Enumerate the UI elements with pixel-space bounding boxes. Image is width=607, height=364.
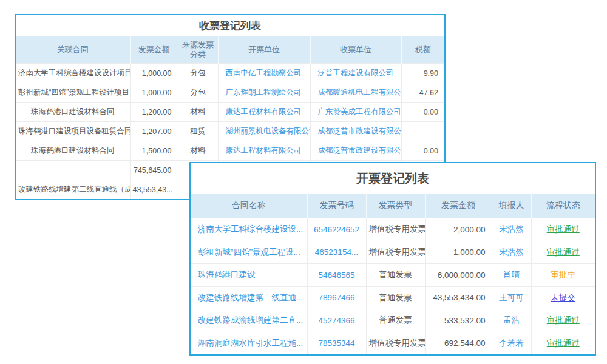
column-header-contract: 关联合同 <box>16 36 130 64</box>
cell-contract: 彭祖新城“四馆”景观工程设计项目... <box>16 83 130 103</box>
cell-reporter[interactable]: 肖晴 <box>492 264 531 287</box>
column-header-type: 发票类型 <box>366 194 425 218</box>
cell-contract: 改建铁路线增建第二线直通线（成... <box>16 180 130 200</box>
cell-tax: 47.62 <box>401 83 444 103</box>
cell-issuer[interactable]: 湖州丽景机电设备有限公司 <box>218 122 310 141</box>
table-row: 珠海鹤港口建设项目设备租赁合同1,207.00租赁湖州丽景机电设备有限公司成都泛… <box>16 122 444 141</box>
cell-status[interactable]: 审批中 <box>531 264 595 287</box>
column-header-number: 发票号码 <box>307 194 366 218</box>
cell-amount: 692,544.00 <box>425 332 492 354</box>
cell-reporter[interactable]: 宋浩然 <box>492 241 531 264</box>
cell-amount: 1,207.00 <box>130 122 178 141</box>
cell-type: 增值税专用发票 <box>366 332 425 354</box>
cell-category: 分包 <box>178 83 218 103</box>
invoice-register-panel: 开票登记列表 合同名称发票号码发票类型发票金额填报人流程状态 济南大学工科综合楼… <box>189 162 596 356</box>
cell-category: 租赁 <box>178 122 218 141</box>
cell-reporter[interactable]: 李若若 <box>492 332 531 354</box>
cell-contract: 珠海鹤港口建设项目设备租赁合同 <box>16 122 130 141</box>
cell-tax: 0.00 <box>401 141 444 161</box>
column-header-issuer: 开票单位 <box>218 36 310 64</box>
cell-number[interactable]: 78535344 <box>307 332 366 354</box>
cell-contract[interactable]: 改建铁路线增建第二线直通... <box>191 286 307 309</box>
table-row: 珠海鹤港口建设54646565普通发票6,000,000.00肖晴审批中 <box>191 264 595 287</box>
cell-number[interactable]: 45274366 <box>307 309 366 332</box>
cell-reporter[interactable]: 宋浩然 <box>492 218 531 241</box>
cell-status[interactable]: 审批通过 <box>531 309 595 332</box>
receipt-header-row: 关联合同发票金额来源发票 分类开票单位收票单位税额 <box>16 36 444 64</box>
cell-tax <box>401 122 444 141</box>
cell-reporter[interactable]: 王可可 <box>492 286 531 309</box>
cell-type: 增值税专用发票 <box>366 241 425 264</box>
column-header-status: 流程状态 <box>531 194 595 218</box>
cell-amount: 1,500.00 <box>130 141 178 161</box>
cell-type: 普通发票 <box>366 264 425 287</box>
cell-status[interactable]: 审批通过 <box>531 218 595 241</box>
column-header-category: 来源发票 分类 <box>178 36 218 64</box>
column-header-tax: 税额 <box>401 36 444 64</box>
column-header-amount: 发票金额 <box>425 194 492 218</box>
cell-contract[interactable]: 济南大学工科综合楼建设设... <box>191 218 307 241</box>
cell-category: 分包 <box>178 64 218 83</box>
invoice-header-row: 合同名称发票号码发票类型发票金额填报人流程状态 <box>191 194 595 218</box>
table-row: 珠海鹤港口建设材料合同1,200.00材料康达工程材料有限公司广东赞美成工程有限… <box>16 103 444 122</box>
table-row: 改建铁路成渝线增建第二直...45274366普通发票533,532.00孟浩审… <box>191 309 595 332</box>
invoice-table-title: 开票登记列表 <box>191 163 595 194</box>
cell-amount: 2,000.00 <box>425 218 492 241</box>
cell-receiver[interactable]: 泛普工程建设有限公司 <box>310 64 401 83</box>
cell-amount: 745,645.00 <box>130 161 178 180</box>
table-row: 彭祖新城“四馆”景观工程设计项目...1,000.00分包广东辉朗工程测绘公司成… <box>16 83 444 103</box>
cell-receiver[interactable]: 广东赞美成工程有限公司 <box>310 103 401 122</box>
cell-category: 材料 <box>178 141 218 161</box>
cell-issuer[interactable]: 广东辉朗工程测绘公司 <box>218 83 310 103</box>
cell-status[interactable]: 审批通过 <box>531 332 595 354</box>
column-header-contract: 合同名称 <box>191 194 307 218</box>
cell-issuer[interactable]: 西南中亿工程勘察公司 <box>218 64 310 83</box>
table-row: 珠海鹤港口建设材料合同1,500.00材料康达工程材料有限公司成都泛普市政建设有… <box>16 141 444 161</box>
cell-status[interactable]: 审批通过 <box>531 241 595 264</box>
column-header-amount: 发票金额 <box>130 36 178 64</box>
cell-contract <box>16 161 130 180</box>
table-row: 改建铁路线增建第二线直通...78967466普通发票43,553,434.00… <box>191 286 595 309</box>
cell-status[interactable]: 未提交 <box>531 286 595 309</box>
cell-reporter[interactable]: 孟浩 <box>492 309 531 332</box>
table-row: 彭祖新城“四馆”景观工程设...46523154...增值税专用发票1,000.… <box>191 241 595 264</box>
cell-contract[interactable]: 彭祖新城“四馆”景观工程设... <box>191 241 307 264</box>
column-header-receiver: 收票单位 <box>310 36 401 64</box>
cell-contract: 珠海鹤港口建设材料合同 <box>16 141 130 161</box>
table-row: 湖南洞庭湖水库引水工程施...78535344增值税专用发票692,544.00… <box>191 332 595 354</box>
table-row: 济南大学工科综合楼建设设计项目...1,000.00分包西南中亿工程勘察公司泛普… <box>16 64 444 83</box>
cell-number[interactable]: 46523154... <box>307 241 366 264</box>
cell-contract[interactable]: 改建铁路成渝线增建第二直... <box>191 309 307 332</box>
cell-amount: 43,553,434.00 <box>425 286 492 309</box>
cell-number[interactable]: 78967466 <box>307 286 366 309</box>
cell-amount: 533,532.00 <box>425 309 492 332</box>
cell-contract: 珠海鹤港口建设材料合同 <box>16 103 130 122</box>
cell-number[interactable]: 6546224652 <box>307 218 366 241</box>
cell-amount: 1,000.00 <box>130 64 178 83</box>
cell-number[interactable]: 54646565 <box>307 264 366 287</box>
cell-type: 普通发票 <box>366 286 425 309</box>
cell-amount: 43,553,43... <box>130 180 178 200</box>
cell-tax: 9.90 <box>401 64 444 83</box>
table-row: 济南大学工科综合楼建设设...6546224652增值税专用发票2,000.00… <box>191 218 595 241</box>
cell-issuer[interactable]: 康达工程材料有限公司 <box>218 141 310 161</box>
cell-contract[interactable]: 珠海鹤港口建设 <box>191 264 307 287</box>
cell-receiver[interactable]: 成都暖通机电工程有限公司 <box>310 83 401 103</box>
cell-category: 材料 <box>178 103 218 122</box>
cell-amount: 1,200.00 <box>130 103 178 122</box>
cell-contract: 济南大学工科综合楼建设设计项目... <box>16 64 130 83</box>
column-header-reporter: 填报人 <box>492 194 531 218</box>
cell-amount: 1,000.00 <box>130 83 178 103</box>
cell-type: 增值税专用发票 <box>366 218 425 241</box>
cell-amount: 6,000,000.00 <box>425 264 492 287</box>
cell-receiver[interactable]: 成都泛普市政建设有限公司 <box>310 122 401 141</box>
cell-issuer[interactable]: 康达工程材料有限公司 <box>218 103 310 122</box>
receipt-table-title: 收票登记列表 <box>16 15 444 36</box>
cell-type: 普通发票 <box>366 309 425 332</box>
cell-amount: 1,000.00 <box>425 241 492 264</box>
cell-receiver[interactable]: 成都泛普市政建设有限公司 <box>310 141 401 161</box>
invoice-table: 合同名称发票号码发票类型发票金额填报人流程状态 济南大学工科综合楼建设设...6… <box>191 194 595 354</box>
cell-tax: 0.00 <box>401 103 444 122</box>
cell-contract[interactable]: 湖南洞庭湖水库引水工程施... <box>191 332 307 354</box>
